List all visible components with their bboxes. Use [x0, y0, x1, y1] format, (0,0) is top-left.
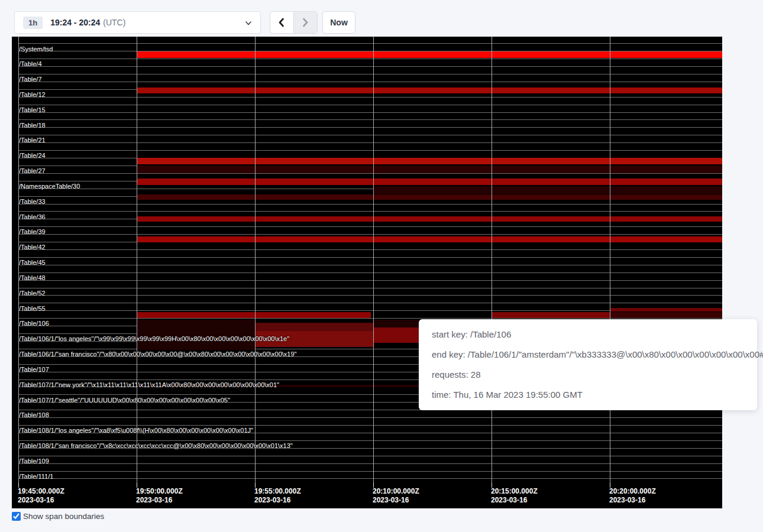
row-label: /Table/107/1/"new york"/"\x11\x11\x11\x1…	[19, 381, 279, 388]
time-gridline	[373, 37, 374, 483]
span-boundary-line	[18, 211, 722, 212]
chevron-down-icon	[244, 19, 253, 27]
show-span-boundaries-checkbox[interactable]	[12, 512, 21, 521]
axis-time-label: 19:50:00.000Z	[136, 487, 183, 495]
time-nav-group	[270, 11, 318, 34]
time-gridline	[255, 37, 256, 483]
heat-band	[610, 308, 722, 312]
duration-badge: 1h	[23, 17, 43, 29]
span-boundary-line	[18, 112, 722, 113]
axis-time-label: 20:20:00.000Z	[609, 487, 656, 495]
span-boundary-line	[18, 43, 722, 44]
span-boundary-line	[18, 66, 722, 67]
row-label: /Table/55	[19, 305, 46, 312]
row-label: /Table/36	[19, 213, 46, 220]
next-interval-button[interactable]	[294, 12, 318, 33]
footer: Show span boundaries	[12, 512, 104, 521]
span-boundary-line	[18, 204, 722, 205]
axis-date-label: 2023-03-16	[373, 496, 409, 504]
heat-band	[137, 87, 722, 93]
time-range-dropdown[interactable]: 1h 19:24 - 20:24 (UTC)	[14, 11, 261, 34]
row-label: /Table/21	[19, 137, 46, 144]
row-label: /Table/7	[19, 76, 42, 83]
tooltip-requests: requests: 28	[432, 368, 752, 381]
heat-band	[137, 236, 722, 242]
row-label: /Table/111/1	[19, 473, 53, 480]
timezone-label: (UTC)	[103, 18, 125, 27]
heat-band	[137, 194, 722, 200]
span-boundary-line	[18, 142, 722, 143]
span-boundary-line	[18, 288, 722, 288]
span-boundary-line	[18, 273, 722, 273]
row-label: /Table/12	[19, 91, 46, 98]
axis-time-label: 19:55:00.000Z	[254, 487, 301, 495]
time-gridline	[610, 37, 610, 483]
span-boundary-line	[18, 417, 722, 418]
tooltip-start-key: start key: /Table/106	[432, 328, 752, 340]
heat-band	[610, 312, 722, 318]
time-gridline	[137, 37, 137, 483]
row-label: /Table/33	[19, 198, 46, 205]
span-boundary-line	[18, 478, 722, 479]
span-boundary-line	[18, 280, 722, 281]
axis-time-label: 19:45:00.000Z	[18, 487, 64, 495]
now-button[interactable]: Now	[322, 11, 355, 34]
axis-time-label: 20:15:00.000Z	[491, 487, 538, 495]
heat-band	[137, 158, 722, 164]
row-label: /Table/24	[19, 152, 46, 159]
time-range-label: 19:24 - 20:24	[50, 18, 100, 27]
row-label: /Table/45	[19, 259, 46, 266]
axis-date-label: 2023-03-16	[609, 496, 645, 504]
previous-interval-button[interactable]	[270, 12, 294, 33]
heat-band	[137, 51, 722, 58]
heat-band	[137, 216, 722, 222]
chevron-left-icon	[277, 17, 286, 28]
span-boundary-line	[18, 127, 722, 128]
span-boundary-line	[18, 135, 722, 135]
row-label: /NamespaceTable/30	[19, 183, 80, 190]
heatmap-tooltip: start key: /Table/106 end key: /Table/10…	[419, 319, 757, 410]
tooltip-end-key: end key: /Table/106/1/"amsterdam"/"\xb33…	[432, 348, 752, 361]
row-label: /System/tsd	[19, 46, 53, 53]
toolbar: 1h 19:24 - 20:24 (UTC) Now	[0, 0, 763, 37]
axis-date-label: 2023-03-16	[254, 496, 290, 504]
heat-band	[137, 166, 722, 173]
heat-band	[492, 312, 610, 318]
key-visualizer-screen: 1h 19:24 - 20:24 (UTC) Now /System/tsd/T…	[0, 0, 763, 532]
span-boundary-line	[18, 74, 722, 74]
chevron-right-icon	[300, 17, 310, 28]
heat-band	[137, 312, 371, 318]
row-label: /Table/27	[19, 167, 46, 174]
axis-date-label: 2023-03-16	[491, 496, 527, 504]
axis-date-label: 2023-03-16	[18, 496, 54, 504]
row-label: /Table/4	[19, 60, 42, 67]
axis-date-label: 2023-03-16	[136, 496, 172, 504]
row-label: /Table/39	[19, 228, 46, 235]
span-boundary-line	[18, 119, 722, 120]
row-label: /Table/106/1/"san francisco"/"\x80\x00\x…	[19, 351, 297, 358]
heat-band	[137, 179, 722, 185]
span-boundary-line	[18, 257, 722, 258]
span-boundary-line	[18, 226, 722, 227]
span-boundary-line	[18, 471, 722, 472]
row-label: /Table/106/1/"los angeles"/"\x99\x99\x99…	[19, 335, 289, 342]
heat-band	[255, 323, 373, 331]
row-label: /Table/42	[19, 244, 46, 251]
span-boundary-line	[18, 59, 722, 59]
heatmap[interactable]: /System/tsd/Table/4/Table/7/Table/12/Tab…	[12, 37, 722, 508]
tooltip-time: time: Thu, 16 Mar 2023 19:55:00 GMT	[432, 388, 752, 401]
span-boundary-line	[18, 425, 722, 426]
heat-band	[373, 186, 722, 194]
span-boundary-line	[18, 463, 722, 464]
row-label: /Table/108/1/"san francisco"/"\x8c\xcc\x…	[19, 442, 293, 449]
span-boundary-line	[18, 249, 722, 250]
row-label: /Table/52	[19, 290, 46, 297]
span-boundary-line	[18, 440, 722, 441]
show-span-boundaries-label[interactable]: Show span boundaries	[23, 512, 104, 521]
row-label: /Table/108	[19, 411, 49, 419]
row-label: /Table/106	[19, 320, 49, 327]
span-boundary-line	[18, 265, 722, 265]
time-gridline	[492, 37, 492, 483]
span-boundary-line	[18, 150, 722, 151]
span-boundary-line	[18, 97, 722, 98]
